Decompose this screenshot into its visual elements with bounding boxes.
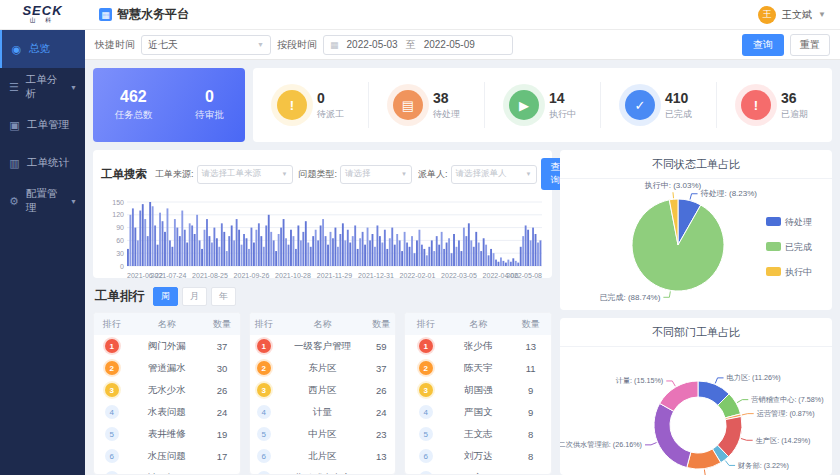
sidebar-item-label: 工单管理 bbox=[27, 118, 69, 132]
sidebar: ◉总览☰工单分析▼▣工单管理▥工单统计⚙配置管理▼ bbox=[0, 30, 85, 475]
field-select-1[interactable]: 请选择▼ bbox=[340, 165, 412, 184]
pie-slice-label: 二次供水管理部: (26.16%) bbox=[560, 440, 642, 449]
sidebar-item-settings[interactable]: ⚙配置管理▼ bbox=[0, 182, 85, 220]
rank-value: 9 bbox=[510, 379, 551, 401]
table-row[interactable]: 1阀门外漏37 bbox=[94, 335, 240, 357]
rank-badge: 7 bbox=[105, 471, 119, 475]
table-row[interactable]: 2管道漏水30 bbox=[94, 357, 240, 379]
table-row[interactable]: 1一级客户管理59 bbox=[250, 335, 396, 357]
column-header: 排行 bbox=[405, 313, 446, 335]
rank-badge: 3 bbox=[105, 383, 119, 397]
reset-button[interactable]: 重置 bbox=[790, 34, 830, 56]
table-row[interactable]: 6刘万达8 bbox=[405, 445, 551, 467]
rank-value: 30 bbox=[204, 357, 239, 379]
table-row[interactable]: 4水表问题24 bbox=[94, 401, 240, 423]
search-button[interactable]: 查询 bbox=[742, 34, 784, 56]
table-row[interactable]: 1张少伟13 bbox=[405, 335, 551, 357]
status-icon: ✓ bbox=[625, 90, 655, 120]
date-range-picker[interactable]: ▦ 2022-05-03 至 2022-05-09 bbox=[323, 35, 513, 55]
rank-name: 刘万达 bbox=[446, 445, 510, 467]
rank-table-card: 排行名称数量1张少伟132陈天宇113胡国强94严国文95王文志86刘万达87马… bbox=[404, 312, 552, 475]
column-header: 数量 bbox=[204, 313, 239, 335]
app-icon: ▦ bbox=[99, 8, 112, 21]
table-row[interactable]: 3西片区26 bbox=[250, 379, 396, 401]
table-row[interactable]: 6北片区13 bbox=[250, 445, 396, 467]
rank-name: 王文志 bbox=[446, 423, 510, 445]
table-row[interactable]: 6水压问题17 bbox=[94, 445, 240, 467]
chevron-down-icon: ▼ bbox=[70, 84, 77, 91]
rank-name: 中片区 bbox=[278, 423, 367, 445]
date-start[interactable]: 2022-05-03 bbox=[347, 39, 398, 50]
sidebar-item-dashboard[interactable]: ◉总览 bbox=[0, 30, 85, 68]
table-row[interactable]: 4严国文9 bbox=[405, 401, 551, 423]
rank-value: 37 bbox=[367, 357, 395, 379]
status-stat: !36已逾期 bbox=[716, 82, 832, 128]
sidebar-item-label: 配置管理 bbox=[26, 187, 64, 215]
stats-icon: ▥ bbox=[8, 157, 21, 170]
rank-badge: 1 bbox=[257, 339, 271, 353]
svg-text:30: 30 bbox=[116, 250, 124, 257]
table-row[interactable]: 3无水少水26 bbox=[94, 379, 240, 401]
status-pie-title: 不同状态工单占比 bbox=[560, 150, 832, 179]
rank-value: 23 bbox=[367, 423, 395, 445]
rank-badge: 5 bbox=[257, 427, 271, 441]
rank-tab-周[interactable]: 周 bbox=[153, 287, 178, 306]
svg-text:执行中: 执行中 bbox=[785, 267, 812, 277]
rank-name: 北片区 bbox=[278, 445, 367, 467]
rank-badge: 5 bbox=[105, 427, 119, 441]
rank-badge: 4 bbox=[105, 405, 119, 419]
rank-tab-年[interactable]: 年 bbox=[211, 287, 236, 306]
table-row[interactable]: 4计量24 bbox=[250, 401, 396, 423]
total-tasks-value: 462 bbox=[114, 88, 152, 106]
manage-icon: ▣ bbox=[8, 119, 21, 132]
rank-badge: 7 bbox=[419, 471, 433, 475]
top-header: SECK 山 科 ▦ 智慧水务平台 王 王文斌 ▼ bbox=[0, 0, 840, 30]
table-row[interactable]: 7营销稽查中心10 bbox=[250, 467, 396, 475]
rank-value: 8 bbox=[510, 423, 551, 445]
stat-value: 0 bbox=[317, 90, 344, 106]
logo-text: SECK bbox=[22, 5, 62, 16]
table-row[interactable]: 7马永强4 bbox=[405, 467, 551, 475]
date-end[interactable]: 2022-05-09 bbox=[424, 39, 475, 50]
table-row[interactable]: 3胡国强9 bbox=[405, 379, 551, 401]
table-row[interactable]: 5王文志8 bbox=[405, 423, 551, 445]
pending-approval-label: 待审批 bbox=[195, 109, 224, 122]
table-row[interactable]: 5表井维修19 bbox=[94, 423, 240, 445]
avatar[interactable]: 王 bbox=[758, 6, 776, 24]
svg-text:2022-05-08: 2022-05-08 bbox=[506, 272, 542, 279]
field-select-2[interactable]: 请选择派单人▼ bbox=[451, 165, 537, 184]
table-row[interactable]: 7计量问题12 bbox=[94, 467, 240, 475]
rank-value: 17 bbox=[204, 445, 239, 467]
ranking-title: 工单排行 bbox=[95, 288, 145, 305]
column-header: 排行 bbox=[250, 313, 278, 335]
table-row[interactable]: 2东片区37 bbox=[250, 357, 396, 379]
sidebar-item-analysis[interactable]: ☰工单分析▼ bbox=[0, 68, 85, 106]
field-select-0[interactable]: 请选择工单来源▼ bbox=[197, 165, 293, 184]
rank-name: 管道漏水 bbox=[129, 357, 204, 379]
department-donut-chart: 电力区: (11.26%)营销稽查中心: (7.58%)运营管理: (0.87%… bbox=[560, 347, 830, 475]
svg-text:2022-02-01: 2022-02-01 bbox=[400, 272, 436, 279]
rank-value: 12 bbox=[204, 467, 239, 475]
table-row[interactable]: 2陈天宇11 bbox=[405, 357, 551, 379]
rank-value: 13 bbox=[510, 335, 551, 357]
rank-name: 阀门外漏 bbox=[129, 335, 204, 357]
chevron-down-icon[interactable]: ▼ bbox=[818, 10, 826, 19]
sidebar-item-stats[interactable]: ▥工单统计 bbox=[0, 144, 85, 182]
analysis-icon: ☰ bbox=[8, 81, 20, 94]
pie-slice-label: 财务部: (3.22%) bbox=[738, 461, 789, 470]
rank-value: 10 bbox=[367, 467, 395, 475]
stat-value: 14 bbox=[549, 90, 576, 106]
status-stat: ✓410已完成 bbox=[600, 82, 716, 128]
rank-value: 11 bbox=[510, 357, 551, 379]
quick-time-select[interactable]: 近七天▼ bbox=[141, 35, 271, 55]
status-icon: ! bbox=[741, 90, 771, 120]
user-name[interactable]: 王文斌 bbox=[782, 8, 812, 22]
rank-tab-月[interactable]: 月 bbox=[182, 287, 207, 306]
sidebar-item-manage[interactable]: ▣工单管理 bbox=[0, 106, 85, 144]
rank-name: 计量问题 bbox=[129, 467, 204, 475]
rank-badge: 1 bbox=[105, 339, 119, 353]
rank-value: 26 bbox=[367, 379, 395, 401]
column-header: 名称 bbox=[278, 313, 367, 335]
field-label: 问题类型: bbox=[299, 168, 338, 181]
table-row[interactable]: 5中片区23 bbox=[250, 423, 396, 445]
